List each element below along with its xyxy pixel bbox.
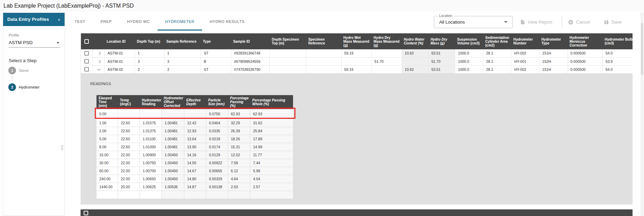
tab-hydro-wc[interactable]: HYDRO WC [119, 14, 158, 31]
cell-suspension-volume-cm3[interactable]: 1000.0 [455, 65, 483, 73]
cell-elasped-time-min[interactable]: 240.00 [97, 175, 118, 183]
tab-test[interactable]: TEST [67, 14, 93, 31]
cell-temp-degc[interactable]: 22.50 [118, 135, 140, 143]
profile-select[interactable]: ASTM PSD [9, 39, 60, 48]
tab-prep[interactable]: PREP [93, 14, 119, 31]
select-all-checkbox[interactable] [84, 39, 89, 44]
cell-hydrometer-number[interactable]: HY-001 [511, 57, 540, 65]
cell-sedimentation-cylinder-area-cm2[interactable]: 28.1 [483, 65, 511, 73]
cell-depth-top-m[interactable]: 1 [135, 49, 164, 57]
cell-hydrometer-reading[interactable]: 1.00700 [140, 167, 162, 175]
collapse-sidebar-icon[interactable]: ‹ [56, 13, 62, 26]
cell-elasped-time-min[interactable]: 15.00 [97, 151, 118, 159]
cell-elasped-time-min[interactable]: 30.00 [97, 159, 118, 167]
cell-hydro-wet-mass-measured-g[interactable]: 59.19 [341, 49, 371, 57]
cell-sample-reference[interactable]: 2 [164, 65, 201, 73]
row-checkbox[interactable] [84, 67, 89, 72]
cell-type[interactable]: ST [201, 65, 231, 73]
cell-hydrometer-reading[interactable]: 1.00900 [140, 151, 162, 159]
cell-hydro-wet-mass-measured-g[interactable] [341, 57, 371, 65]
cell-hydrometer-reading[interactable]: 1.01100 [140, 135, 162, 143]
cell-depth-top-m[interactable]: 2 [135, 65, 164, 73]
cell-hydro-dry-mass-measured-g[interactable] [371, 65, 402, 73]
cell-hydrometer-bulb-volume-cm3[interactable]: 54.0 [603, 65, 633, 73]
cell-hydro-wet-mass-measured-g[interactable]: 59.19 [341, 65, 371, 73]
step-hydrometer[interactable]: 2Hydrometer [8, 83, 60, 91]
cancel-button[interactable]: Cancel [568, 16, 590, 28]
cell-hydrometer-reading[interactable]: 1.00625 [140, 183, 162, 191]
cell-depth-specimen-top-m[interactable] [270, 57, 306, 65]
cell-hydrometer-reading[interactable]: 1.01000 [140, 143, 162, 151]
select-all-checkbox[interactable] [84, 211, 88, 215]
cell-elasped-time-min[interactable]: 1.00 [97, 119, 118, 127]
row-checkbox[interactable] [84, 51, 89, 56]
cell-sample-reference[interactable]: 1 [164, 49, 201, 57]
cell-sample-reference[interactable]: 3 [164, 57, 201, 65]
cell-location-id[interactable]: ASTM-01 [104, 49, 135, 57]
cell-elasped-time-min[interactable] [97, 191, 118, 199]
cell-type[interactable]: ST [201, 49, 231, 57]
cell-depth-specimen-top-m[interactable] [270, 65, 306, 73]
cell-hydrometer-type[interactable]: 152H [540, 57, 568, 65]
cell-specimen-reference[interactable] [306, 57, 341, 65]
cell-hydrometer-number[interactable]: HY-002 [511, 65, 540, 73]
cell-hydrometer-meniscus-correction[interactable]: 0.000500 [568, 57, 603, 65]
view-report-button[interactable]: View Report [520, 16, 552, 28]
cell-suspension-volume-cm3[interactable]: 1000.0 [455, 57, 483, 65]
cell-location-id[interactable]: ASTM-02 [104, 65, 135, 73]
cell-hydrometer-reading[interactable]: 1.01375 [140, 127, 162, 135]
collapse-row-cell[interactable] [93, 65, 104, 73]
cell-hydro-dry-mass-measured-g[interactable]: 51.70 [371, 57, 402, 65]
cell-sample-id[interactable]: #679099524559 [231, 57, 269, 65]
cell-location-id[interactable]: ASTM-01 [104, 57, 135, 65]
cell-elasped-time-min[interactable]: 8.00 [97, 143, 118, 151]
cell-specimen-reference[interactable] [306, 49, 341, 57]
vertical-scrollbar[interactable] [641, 13, 644, 216]
cell-specimen-reference[interactable] [306, 65, 341, 73]
expand-row-cell[interactable] [93, 57, 104, 65]
cell-elasped-time-min[interactable]: 2.00 [97, 127, 118, 135]
cell-hydrometer-number[interactable]: HY-002 [511, 49, 540, 57]
cell-hydrometer-reading[interactable]: 1.00650 [140, 175, 162, 183]
row-checkbox[interactable] [84, 59, 89, 64]
cell-hydrometer-reading[interactable]: 1.00750 [140, 159, 162, 167]
cell-hydrometer-meniscus-correction[interactable]: 0.000500 [568, 65, 603, 73]
cell-temp-degc[interactable]: 22.50 [118, 127, 140, 135]
cell-temp-degc[interactable] [118, 109, 140, 119]
location-select[interactable]: Location All Locations [434, 16, 513, 28]
cell-elasped-time-min[interactable]: 60.00 [97, 167, 118, 175]
cell-temp-degc[interactable] [118, 191, 140, 199]
cell-hydrometer-reading[interactable] [140, 109, 162, 119]
cell-temp-degc[interactable]: 22.00 [118, 175, 140, 183]
cell-sample-id[interactable]: #747039326790 [231, 65, 269, 73]
tab-hydrometer[interactable]: HYDROMETER [158, 14, 202, 31]
cell-temp-degc[interactable]: 20.00 [118, 183, 140, 191]
cell-sedimentation-cylinder-area-cm2[interactable]: 28.1 [483, 57, 511, 65]
cell-hydrometer-type[interactable]: 151H [540, 49, 568, 57]
cell-temp-degc[interactable]: 22.00 [118, 159, 140, 167]
cell-hydrometer-reading[interactable]: 1.01575 [140, 119, 162, 127]
cell-temp-degc[interactable]: 22.50 [118, 143, 140, 151]
cell-depth-top-m[interactable]: 3 [135, 57, 164, 65]
cell-temp-degc[interactable]: 22.00 [118, 167, 140, 175]
expand-row-cell[interactable] [93, 49, 104, 57]
cell-type[interactable]: B [201, 57, 231, 65]
cell-elasped-time-min[interactable]: 0.00 [97, 109, 118, 119]
cell-elasped-time-min[interactable]: 5.00 [97, 135, 118, 143]
panel-resize-handle[interactable] [61, 145, 64, 150]
save-button[interactable]: Save [604, 16, 622, 28]
cell-hydrometer-type[interactable]: 151H [540, 65, 568, 73]
cell-hydro-dry-mass-measured-g[interactable] [371, 49, 402, 57]
cell-sample-id[interactable]: #928391366748 [231, 49, 269, 57]
cell-hydrometer-bulb-volume-cm3[interactable]: 54.0 [603, 49, 633, 57]
scrollbar-thumb[interactable] [641, 23, 643, 75]
cell-elasped-time-min[interactable]: 1440.00 [97, 183, 118, 191]
cell-temp-degc[interactable]: 22.00 [118, 151, 140, 159]
cell-hydrometer-reading[interactable] [140, 191, 162, 199]
cell-temp-degc[interactable]: 22.50 [118, 119, 140, 127]
cell-sedimentation-cylinder-area-cm2[interactable]: 28.1 [483, 49, 511, 57]
tab-hydro-results[interactable]: HYDRO RESULTS [202, 14, 252, 31]
cell-hydrometer-bulb-volume-cm3[interactable]: 53.9 [603, 57, 633, 65]
cell-hydrometer-meniscus-correction[interactable]: 0.000500 [568, 49, 603, 57]
cell-suspension-volume-cm3[interactable]: 1000.0 [455, 49, 483, 57]
